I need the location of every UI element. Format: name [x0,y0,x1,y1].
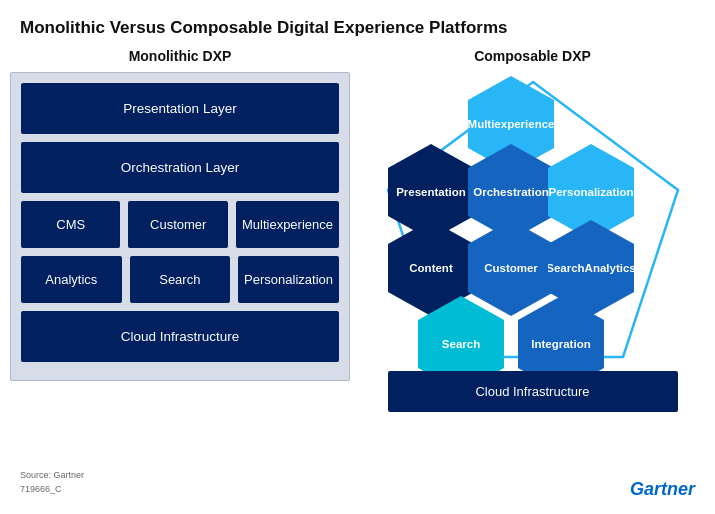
composable-diagram: Multiexperience Presentation Orchestrati… [360,72,705,412]
orchestration-layer-row: Orchestration Layer [21,142,339,193]
presentation-layer-row: Presentation Layer [21,83,339,134]
monolithic-section: Monolithic DXP Presentation Layer Orches… [10,48,350,412]
code-label: 719666_C [20,483,84,497]
monolithic-box: Presentation Layer Orchestration Layer C… [10,72,350,381]
monolithic-heading: Monolithic DXP [10,48,350,64]
main-title: Monolithic Versus Composable Digital Exp… [0,0,715,48]
composable-heading: Composable DXP [360,48,705,64]
customer-cell: Customer [128,201,227,248]
gartner-logo: Gartner [630,479,695,500]
analytics-cell: Analytics [21,256,122,303]
multiexperience-cell: Multiexperience [236,201,339,248]
source-label: Source: Gartner [20,469,84,483]
mono-grid-2: Analytics Search Personalization [21,256,339,303]
footer: Source: Gartner 719666_C [20,469,84,496]
search-cell: Search [130,256,231,303]
cloud-infra-bar-right: Cloud Infrastructure [388,371,678,412]
personalization-cell: Personalization [238,256,339,303]
cms-cell: CMS [21,201,120,248]
cloud-infra-row-left: Cloud Infrastructure [21,311,339,362]
composable-section: Composable DXP Multiexperience Presentat… [360,48,705,412]
mono-grid-1: CMS Customer Multiexperience [21,201,339,248]
